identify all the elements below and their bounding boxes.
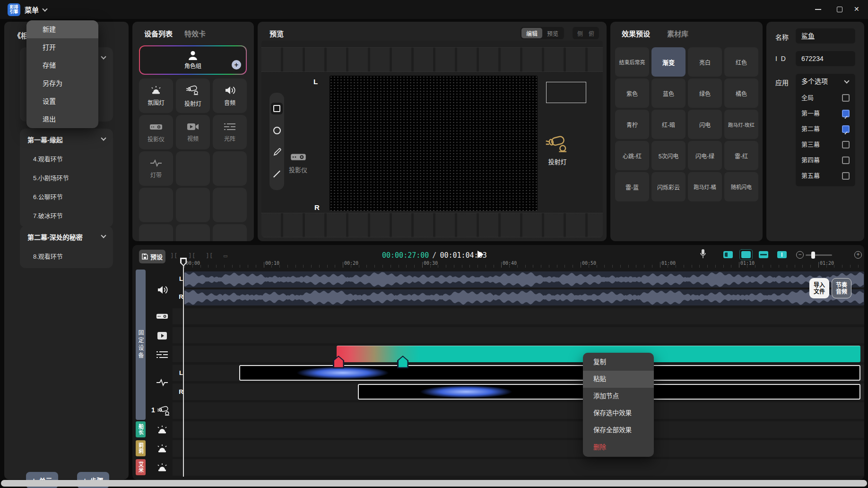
menu-item-open[interactable]: 打开 [26,38,98,56]
preset-cell[interactable]: 5次闪电 [651,141,686,170]
preset-cell[interactable]: 闪烁彩云 [651,172,686,201]
clip-trim-end-icon[interactable]: ][ [206,252,213,259]
clip-trim-mid-icon[interactable]: ][ [188,252,196,259]
menu-item-settings[interactable]: 设置 [26,92,98,110]
scene-row[interactable]: 第二幕 [796,121,855,137]
preset-cell-selected[interactable]: 渐变 [651,47,686,77]
maximize-button[interactable] [837,7,842,12]
pen-tool[interactable] [271,147,283,158]
close-button[interactable]: ✕ [854,5,859,13]
context-delete[interactable]: 删除 [583,439,654,456]
scene-row[interactable]: 第五幕 [796,168,855,183]
clip-split-icon[interactable] [777,251,787,258]
timeline-ruler[interactable] [184,260,864,268]
menu-item-save-as[interactable]: 另存为 [26,74,98,92]
role-group-card[interactable]: 角色组 + [139,45,247,75]
preset-cell[interactable]: 跑马灯-橘 [688,172,722,201]
device-video[interactable]: 视频 [176,115,210,149]
top-view-button[interactable]: 俯 [589,29,594,37]
side-view-button[interactable]: 侧 [577,29,583,37]
circle-tool[interactable] [271,124,283,136]
device-projector[interactable]: 投影仪 [139,115,173,149]
script-step[interactable]: 5.小剧场环节 [33,173,105,182]
script-step[interactable]: 7.破冰环节 [33,211,105,220]
selection-rectangle[interactable] [546,82,586,103]
rect-tool[interactable] [271,103,283,114]
audio-waveform-left[interactable] [184,271,864,288]
name-field[interactable]: 鲨鱼 [796,28,855,44]
edit-mode-button[interactable]: 编辑 [521,28,542,38]
preset-cell[interactable]: 结束后常亮 [615,47,649,77]
menu-item-new[interactable]: 新建 [26,20,98,38]
clip-cut-icon[interactable] [723,251,733,258]
clip-box-icon[interactable]: ▭ [224,252,227,259]
spotlight-object[interactable]: 投射灯 [545,134,570,166]
section-header[interactable]: 第一幕-缘起 [27,135,105,144]
aimi-track[interactable] [173,459,864,476]
clip-trim-start-icon[interactable]: ][ [170,252,178,259]
tab-effect-presets[interactable]: 效果预设 [622,28,650,38]
preset-cell[interactable]: 心跳-红 [615,141,649,170]
menu-item-save[interactable]: 存储 [26,56,98,74]
apply-dropdown[interactable]: 多个选项 [796,74,855,89]
script-step[interactable]: 6.公聊环节 [33,192,105,201]
audio-waveform-right[interactable] [184,289,864,305]
preset-cell[interactable]: 红-暗 [651,110,686,139]
device-ambient-light[interactable]: 氛围灯 [139,78,173,113]
preview-canvas[interactable]: L R 投影仪 投射灯 [261,41,603,237]
preset-cell[interactable]: 闪电-绿 [688,141,722,170]
preset-cell[interactable]: 紫色 [615,78,649,108]
led-matrix-panel[interactable] [330,76,538,211]
line-tool[interactable] [271,168,283,180]
preset-cell[interactable]: 雷-蓝 [615,172,649,201]
tab-material-library[interactable]: 素材库 [667,28,688,38]
menu-item-exit[interactable]: 退出 [26,110,98,128]
microphone-icon[interactable] [700,249,706,259]
rhythm-audio-button[interactable]: 节奏 音频 [832,278,851,298]
preset-cell[interactable]: 绿色 [688,78,722,108]
script-step[interactable]: 8.观看环节 [33,252,105,261]
character-tag[interactable]: 艾米 [136,459,146,475]
section-header[interactable]: 第二幕-深处的秘密 [27,232,105,242]
scene-row[interactable]: 第三幕 [796,137,855,152]
import-file-button[interactable]: 导入 文件 [809,278,829,298]
character-tag[interactable]: 莉莉 [136,440,146,456]
lili-track[interactable] [173,440,864,457]
id-field[interactable]: 672234 [796,51,855,66]
zoom-slider-thumb[interactable] [811,252,815,259]
clip-flash-icon[interactable] [741,251,751,258]
script-step[interactable]: 4.观看环节 [33,154,105,163]
context-add-node[interactable]: 添加节点 [583,388,654,405]
device-light-array[interactable]: 光阵 [213,115,247,149]
scene-checkbox[interactable] [842,157,850,164]
preset-cell[interactable]: 跑马灯-玫红 [724,110,758,139]
clip-link-icon[interactable] [759,251,768,258]
timeline-preset-button[interactable]: 预设 [139,250,165,263]
scene-row[interactable]: 全局 [796,90,855,105]
context-save-selected[interactable]: 保存选中效果 [583,405,654,422]
fixed-devices-tab[interactable]: 固定设备 [136,270,146,420]
preset-cell[interactable]: 橘色 [724,78,758,108]
light-strip-clip-l[interactable] [239,365,860,381]
scene-checkbox[interactable] [842,125,850,133]
context-save-all[interactable]: 保存全部效果 [583,422,654,439]
projector-object[interactable]: 投影仪 [289,151,307,174]
preview-mode-button[interactable]: 预览 [542,28,563,38]
minimize-button[interactable] [815,9,821,10]
menu-button[interactable]: 菜单 [25,5,47,15]
scene-checkbox[interactable] [842,141,850,148]
play-button[interactable] [477,251,484,258]
scene-row[interactable]: 第一幕 [796,105,855,121]
zoom-slider-track[interactable] [806,254,832,256]
scene-checkbox[interactable] [842,110,850,117]
zoom-out-icon[interactable]: − [796,251,804,259]
tab-device-list[interactable]: 设备列表 [144,28,173,38]
device-spot-light[interactable]: 投射灯 [176,78,210,113]
projector-track[interactable] [173,308,864,324]
device-light-strip[interactable]: 灯带 [139,151,173,186]
preset-cell[interactable]: 蓝色 [651,78,686,108]
scene-checkbox[interactable] [842,94,850,102]
video-track[interactable] [173,327,864,343]
preset-cell[interactable]: 随机闪电 [724,172,758,201]
context-copy[interactable]: 复制 [583,354,654,371]
